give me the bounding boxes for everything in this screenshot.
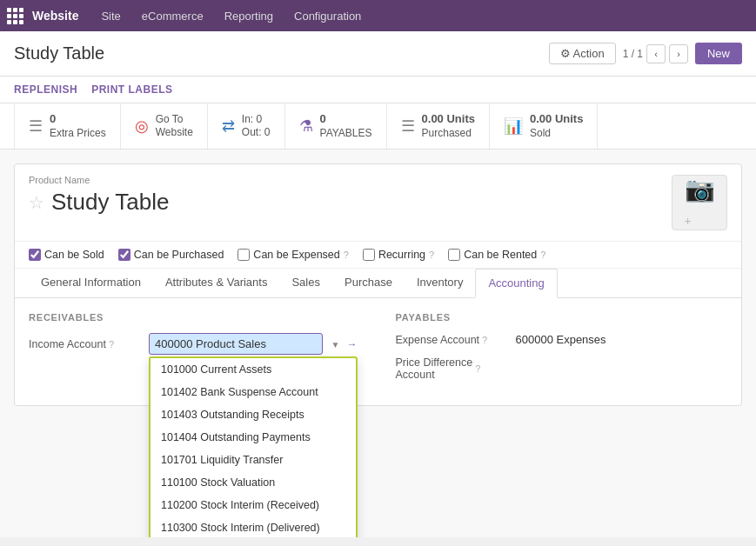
go-to-website-label: Go ToWebsite (156, 113, 193, 140)
price-difference-label: Price DifferenceAccount ? (396, 356, 509, 381)
in-label: In: 0 (242, 113, 271, 127)
receivables-col: RECEIVABLES Income Account ? ▼ → (29, 312, 361, 391)
list-icon: ☰ (29, 117, 43, 136)
rented-help-icon[interactable]: ? (540, 250, 545, 260)
extra-prices-button[interactable]: ☰ 0 Extra Prices (14, 103, 121, 149)
print-labels-button[interactable]: PRINT LABELS (91, 82, 172, 97)
recurring-input[interactable] (363, 249, 375, 261)
can-be-purchased-input[interactable] (118, 249, 130, 261)
bill-of-materials-button[interactable]: ⚗ 0 PAYABLES (285, 103, 387, 149)
expense-account-row: Expense Account ? 600000 Expenses (396, 333, 728, 346)
accounting-two-col: RECEIVABLES Income Account ? ▼ → (29, 312, 727, 391)
can-be-expensed-checkbox[interactable]: Can be Expensed ? (238, 249, 349, 261)
pagination-controls: 1 / 1 ‹ › (623, 44, 688, 63)
dropdown-item-0[interactable]: 101000 Current Assets (151, 358, 356, 381)
favorite-icon[interactable]: ☆ (29, 192, 44, 213)
checkbox-row: Can be Sold Can be Purchased Can be Expe… (15, 242, 741, 269)
units-sold-label: Sold (530, 127, 583, 141)
action-button[interactable]: ⚙ Action (549, 43, 616, 64)
units-sold-count: 0.00 Units (530, 112, 583, 127)
can-be-rented-checkbox[interactable]: Can be Rented ? (448, 249, 545, 261)
tab-sales[interactable]: Sales (279, 269, 332, 298)
product-name-value[interactable]: Study Table (51, 189, 169, 216)
transfer-icon: ⇄ (222, 117, 235, 136)
dropdown-item-2[interactable]: 101403 Outstanding Receipts (151, 403, 356, 426)
toolbar: REPLENISH PRINT LABELS (0, 77, 756, 103)
product-title-row: ☆ Study Table (29, 189, 672, 216)
payables-col: PAYABLES Expense Account ? 600000 Expens… (396, 312, 728, 391)
can-be-purchased-label: Can be Purchased (134, 249, 224, 261)
brand-name[interactable]: Website (32, 9, 78, 23)
product-form: Product Name ☆ Study Table 📷+ Can be Sol… (14, 163, 742, 406)
expense-account-help-icon[interactable]: ? (482, 335, 487, 345)
title-actions: ⚙ Action 1 / 1 ‹ › New (549, 43, 742, 64)
website-icon: ◎ (135, 117, 149, 136)
title-bar: Study Table ⚙ Action 1 / 1 ‹ › New (0, 31, 756, 77)
prev-button[interactable]: ‹ (646, 44, 666, 63)
brand[interactable]: Website (7, 8, 78, 24)
tab-general-information[interactable]: General Information (29, 269, 153, 298)
can-be-expensed-label: Can be Expensed (253, 249, 339, 261)
expensed-help-icon[interactable]: ? (344, 250, 349, 260)
can-be-rented-label: Can be Rented (464, 249, 537, 261)
go-to-website-button[interactable]: ◎ Go ToWebsite (121, 103, 208, 149)
receivables-header: RECEIVABLES (29, 312, 361, 323)
camera-icon: 📷+ (685, 175, 715, 231)
product-header: Product Name ☆ Study Table 📷+ (15, 164, 741, 242)
can-be-sold-checkbox[interactable]: Can be Sold (29, 249, 104, 261)
dropdown-item-1[interactable]: 101402 Bank Suspense Account (151, 381, 356, 403)
nav-ecommerce[interactable]: eCommerce (133, 6, 212, 26)
next-button[interactable]: › (669, 44, 688, 63)
grid-icon (7, 8, 23, 24)
can-be-rented-input[interactable] (448, 249, 460, 261)
can-be-sold-input[interactable] (29, 249, 41, 261)
nav-site[interactable]: Site (92, 6, 129, 26)
extra-prices-count: 0 (50, 112, 106, 127)
can-be-purchased-checkbox[interactable]: Can be Purchased (118, 249, 224, 261)
out-label: Out: 0 (242, 126, 271, 140)
dropdown-item-4[interactable]: 101701 Liquidity Transfer (151, 449, 356, 471)
dropdown-item-7[interactable]: 110300 Stock Interim (Delivered) (151, 516, 356, 537)
accounting-tab-content: RECEIVABLES Income Account ? ▼ → (15, 298, 741, 405)
can-be-expensed-input[interactable] (238, 249, 250, 261)
dropdown-item-3[interactable]: 101404 Outstanding Payments (151, 426, 356, 449)
in-out-button[interactable]: ⇄ In: 0 Out: 0 (208, 103, 285, 149)
external-link-icon[interactable]: → (347, 338, 358, 350)
units-purchased-count: 0.00 Units (422, 112, 475, 127)
nav-reporting[interactable]: Reporting (216, 6, 282, 26)
expense-account-value: 600000 Expenses (516, 333, 606, 346)
income-account-label: Income Account ? (29, 338, 142, 350)
units-purchased-label: Purchased (422, 127, 475, 141)
recurring-help-icon[interactable]: ? (429, 250, 434, 260)
units-purchased-button[interactable]: ☰ 0.00 Units Purchased (387, 103, 490, 149)
units-sold-button[interactable]: 📊 0.00 Units Sold (490, 103, 598, 149)
units-sold-icon: 📊 (504, 117, 523, 136)
expense-account-label: Expense Account ? (396, 334, 509, 346)
income-account-input[interactable] (149, 333, 323, 355)
main-content: Product Name ☆ Study Table 📷+ Can be Sol… (0, 150, 756, 537)
product-name-section: Product Name ☆ Study Table (29, 175, 672, 216)
dropdown-item-6[interactable]: 110200 Stock Interim (Received) (151, 494, 356, 516)
tab-attributes-variants[interactable]: Attributes & Variants (153, 269, 280, 298)
tab-inventory[interactable]: Inventory (405, 269, 475, 298)
nav-configuration[interactable]: Configuration (285, 6, 370, 26)
top-navigation: Website Site eCommerce Reporting Configu… (0, 0, 756, 31)
tab-purchase[interactable]: Purchase (332, 269, 405, 298)
price-difference-help-icon[interactable]: ? (475, 363, 480, 374)
income-account-row: Income Account ? ▼ → 101000 Current Asse… (29, 333, 361, 355)
income-account-dropdown: 101000 Current Assets 101402 Bank Suspen… (149, 356, 358, 537)
price-difference-row: Price DifferenceAccount ? (396, 356, 728, 381)
product-image[interactable]: 📷+ (672, 175, 727, 230)
income-account-help-icon[interactable]: ? (109, 339, 114, 350)
new-button[interactable]: New (695, 43, 742, 64)
units-purchased-icon: ☰ (401, 117, 415, 136)
tab-accounting[interactable]: Accounting (475, 269, 557, 298)
replenish-button[interactable]: REPLENISH (14, 82, 77, 97)
smart-buttons-bar: ☰ 0 Extra Prices ◎ Go ToWebsite ⇄ In: 0 … (0, 103, 756, 150)
dropdown-item-5[interactable]: 110100 Stock Valuation (151, 471, 356, 494)
extra-prices-label: Extra Prices (50, 127, 106, 141)
pagination-text: 1 / 1 (623, 48, 643, 60)
recurring-checkbox[interactable]: Recurring ? (363, 249, 434, 261)
dropdown-arrow-icon[interactable]: ▼ (331, 339, 340, 349)
payables-header: PAYABLES (396, 312, 728, 323)
